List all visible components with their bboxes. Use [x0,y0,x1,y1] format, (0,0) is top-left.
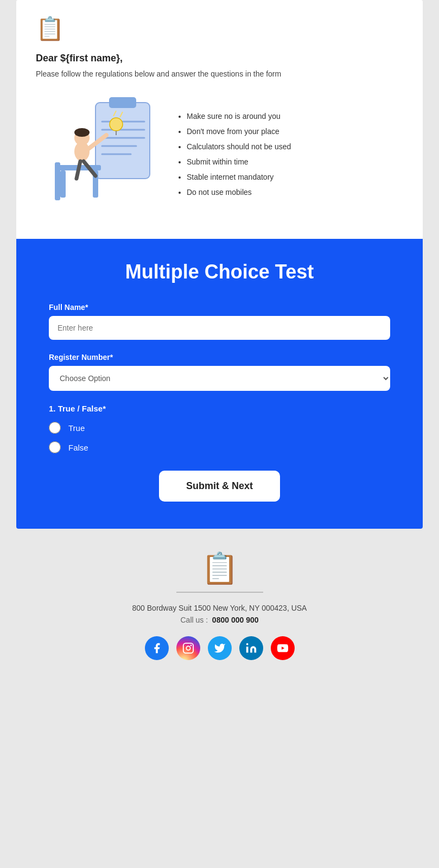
rule-item-3: Calculators should not be used [187,139,291,154]
radio-false-option: False [49,441,390,453]
svg-line-15 [77,161,80,179]
radio-true-label[interactable]: True [68,423,85,433]
svg-point-17 [110,118,123,131]
greeting-text: Dear ${first name}, [36,53,403,64]
footer-phone-number: 0800 000 900 [212,616,259,624]
illustration [36,94,161,214]
subtext: Please follow the regulations below and … [36,69,403,78]
rule-item-5: Stable internet mandatory [187,169,291,185]
radio-false-label[interactable]: False [68,443,88,452]
social-icons-row [11,636,428,660]
footer-address: 800 Bordway Suit 1500 New York, NY 00042… [11,604,428,612]
rules-container: Make sure no is around you Don't move fr… [177,109,291,200]
main-card: 📋 Dear ${first name}, Please follow the … [16,0,423,529]
register-select[interactable]: Choose Option Option 1 Option 2 [49,366,390,391]
footer-call-prefix: Call us : [181,616,208,624]
radio-true-input[interactable] [49,422,61,434]
submit-button[interactable]: Submit & Next [159,471,280,502]
form-title: Multiple Choice Test [49,261,390,283]
instagram-icon[interactable] [176,636,200,660]
rule-item-4: Submit within time [187,154,291,169]
svg-rect-0 [96,103,150,179]
fullname-label: Full Name* [49,303,390,312]
footer-divider [176,592,263,593]
footer-phone: Call us : 0800 000 900 [11,616,428,624]
content-row: Make sure no is around you Don't move fr… [36,94,403,219]
register-label: Register Number* [49,353,390,362]
twitter-icon[interactable] [208,636,232,660]
svg-point-13 [74,128,90,137]
header-logo-icon: 📋 [36,15,403,42]
question1-label: 1. True / False* [49,404,390,413]
svg-rect-1 [109,97,136,108]
linkedin-icon[interactable] [239,636,263,660]
facebook-icon[interactable] [145,636,169,660]
svg-point-24 [246,643,248,645]
rule-item-1: Make sure no is around you [187,109,291,124]
svg-rect-8 [60,170,66,198]
header-section: 📋 Dear ${first name}, Please follow the … [16,0,423,239]
svg-rect-10 [55,162,60,200]
svg-rect-21 [183,643,193,653]
form-section: Multiple Choice Test Full Name* Register… [16,239,423,529]
svg-point-22 [186,646,190,650]
radio-false-input[interactable] [49,441,61,453]
youtube-icon[interactable] [271,636,295,660]
footer-logo-icon: 📋 [11,550,428,586]
rules-list: Make sure no is around you Don't move fr… [177,109,291,200]
svg-point-23 [190,645,192,647]
rule-item-2: Don't move from your place [187,124,291,139]
radio-true-option: True [49,422,390,434]
fullname-input[interactable] [49,316,390,340]
footer-section: 📋 800 Bordway Suit 1500 New York, NY 000… [0,529,439,676]
rule-item-6: Do not use mobiles [187,185,291,200]
